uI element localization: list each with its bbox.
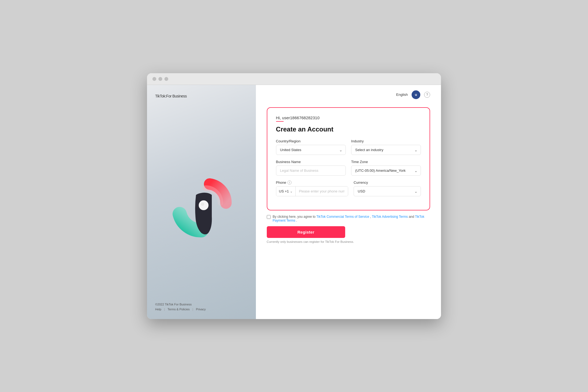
right-panel: English u ? Hi, user1866768282310 Create… xyxy=(256,85,441,319)
greeting-text: Hi, user1866768282310 xyxy=(276,115,421,120)
country-group: Country/Region United States xyxy=(276,139,346,155)
phone-input-row: US +1 xyxy=(276,186,348,196)
register-button[interactable]: Register xyxy=(267,226,345,238)
form-card: Hi, user1866768282310 Create an Account … xyxy=(267,107,430,211)
terms-checkbox[interactable] xyxy=(267,215,271,219)
business-name-input[interactable] xyxy=(276,166,346,176)
browser-content: TikTok:For Business xyxy=(147,85,441,319)
left-footer: ©2022 TikTok For Business Help | Terms &… xyxy=(155,303,248,311)
terms-text: By clicking here, you agree to TikTok Co… xyxy=(273,215,430,222)
phone-group: Phone i US +1 xyxy=(276,180,348,196)
tiktok-logo: TikTok:For Business xyxy=(155,93,248,99)
svg-point-1 xyxy=(201,203,204,206)
business-name-label: Business Name xyxy=(276,160,346,164)
footer-links: Help | Terms & Policies | Privacy xyxy=(155,308,248,311)
terms-row: By clicking here, you agree to TikTok Co… xyxy=(267,215,430,222)
privacy-link[interactable]: Privacy xyxy=(196,308,206,311)
form-title: Create an Account xyxy=(276,125,421,133)
help-icon[interactable]: ? xyxy=(424,92,430,98)
right-header: English u ? xyxy=(267,90,430,99)
terms-link-2[interactable]: TikTok Advertising Terms xyxy=(372,215,408,219)
country-label: Country/Region xyxy=(276,139,346,143)
timezone-select-wrapper: (UTC-05:00) America/New_York xyxy=(351,166,421,176)
timezone-select[interactable]: (UTC-05:00) America/New_York xyxy=(351,166,421,176)
form-row-3: Phone i US +1 Currency USD xyxy=(276,180,421,196)
business-name-group: Business Name xyxy=(276,160,346,176)
register-note: Currently only businesses can register f… xyxy=(267,240,430,243)
phone-label-row: Phone i xyxy=(276,180,348,185)
country-select[interactable]: United States xyxy=(276,145,346,155)
currency-select-wrapper: USD xyxy=(354,186,421,196)
industry-group: Industry Select an industry xyxy=(351,139,421,155)
traffic-light-close[interactable] xyxy=(152,77,156,81)
industry-label: Industry xyxy=(351,139,421,143)
timezone-group: Time Zone (UTC-05:00) America/New_York xyxy=(351,160,421,176)
terms-link-1[interactable]: TikTok Commercial Terms of Service xyxy=(316,215,369,219)
help-link[interactable]: Help xyxy=(155,308,161,311)
currency-group: Currency USD xyxy=(354,180,421,196)
greeting-underline xyxy=(276,121,284,122)
country-select-wrapper: United States xyxy=(276,145,346,155)
traffic-light-fullscreen[interactable] xyxy=(164,77,168,81)
terms-link[interactable]: Terms & Policies xyxy=(167,308,189,311)
traffic-light-minimize[interactable] xyxy=(158,77,162,81)
form-row-1: Country/Region United States Industry Se… xyxy=(276,139,421,155)
user-avatar[interactable]: u xyxy=(412,90,420,99)
industry-select-wrapper: Select an industry xyxy=(351,145,421,155)
tiktok-graphic xyxy=(163,168,240,244)
phone-input[interactable] xyxy=(296,186,348,196)
timezone-label: Time Zone xyxy=(351,160,421,164)
form-row-2: Business Name Time Zone (UTC-05:00) Amer… xyxy=(276,160,421,176)
currency-select[interactable]: USD xyxy=(354,186,421,196)
phone-country-select[interactable]: US +1 xyxy=(276,186,296,196)
copyright-text: ©2022 TikTok For Business xyxy=(155,303,248,306)
language-selector[interactable]: English xyxy=(396,93,408,97)
browser-chrome xyxy=(147,73,441,85)
phone-info-icon[interactable]: i xyxy=(287,180,292,185)
phone-label: Phone xyxy=(276,180,286,185)
industry-select[interactable]: Select an industry xyxy=(351,145,421,155)
left-panel: TikTok:For Business xyxy=(147,85,256,319)
currency-label: Currency xyxy=(354,180,421,185)
browser-window: TikTok:For Business xyxy=(147,73,441,319)
